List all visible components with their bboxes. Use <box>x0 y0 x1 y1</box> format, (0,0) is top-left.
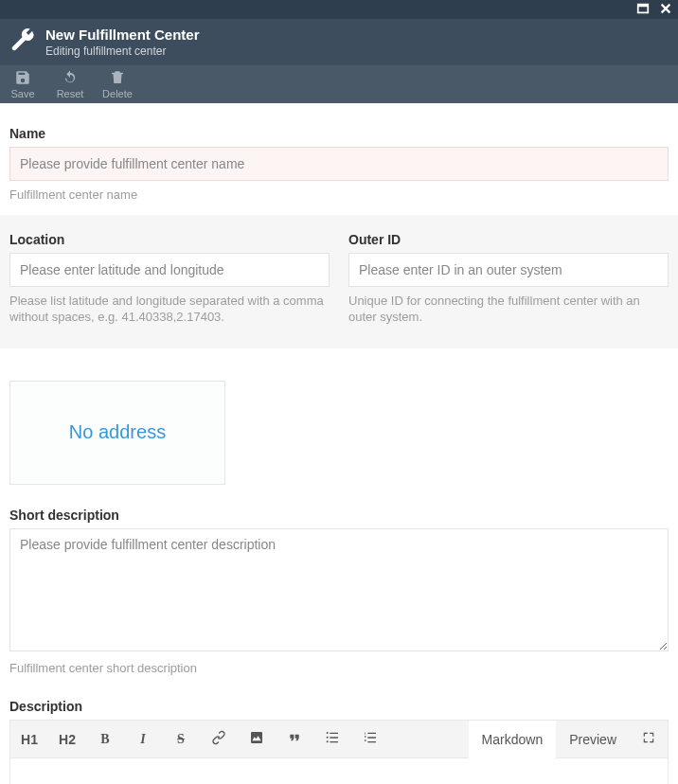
editor-h1-button[interactable]: H1 <box>10 721 48 758</box>
list-ul-icon <box>325 730 340 748</box>
wrench-icon <box>9 27 36 57</box>
editor-quote-button[interactable] <box>276 721 313 758</box>
window-titlebar <box>0 0 678 19</box>
address-section: No address <box>9 381 669 485</box>
quote-icon <box>287 730 302 748</box>
name-hint: Fulfillment center name <box>9 187 669 204</box>
image-icon <box>249 730 264 748</box>
name-field-group: Name Fulfillment center name <box>9 126 669 204</box>
location-outerid-section: Location Please list latitude and longit… <box>0 215 678 348</box>
location-hint: Please list latitude and longitude separ… <box>9 293 330 326</box>
delete-label: Delete <box>102 88 133 99</box>
shortdesc-field-group: Short description Fulfillment center sho… <box>9 508 669 677</box>
name-label: Name <box>9 126 669 141</box>
editor-italic-button[interactable]: I <box>124 721 162 758</box>
editor-image-button[interactable] <box>238 721 276 758</box>
list-ol-icon <box>363 730 378 748</box>
reset-label: Reset <box>57 88 84 99</box>
editor-ol-button[interactable] <box>351 721 389 758</box>
outerid-label: Outer ID <box>348 232 669 247</box>
fullscreen-icon <box>642 731 655 747</box>
description-field-group: Description H1 H2 B I S <box>9 699 669 784</box>
header: New Fulfillment Center Editing fulfillme… <box>0 19 678 65</box>
delete-button[interactable]: Delete <box>102 69 133 99</box>
editor-fullscreen-button[interactable] <box>630 721 668 758</box>
outerid-field-group: Outer ID Unique ID for connecting the fu… <box>348 232 669 326</box>
shortdesc-label: Short description <box>9 508 669 523</box>
editor-bold-button[interactable]: B <box>86 721 124 758</box>
address-box[interactable]: No address <box>9 381 225 485</box>
link-icon <box>211 730 226 748</box>
save-button[interactable]: Save <box>8 69 38 99</box>
shortdesc-hint: Fulfillment center short description <box>9 660 669 677</box>
page-subtitle: Editing fulfillment center <box>45 45 200 58</box>
outerid-input[interactable] <box>348 253 669 287</box>
rich-text-editor: H1 H2 B I S <box>9 720 669 784</box>
editor-body[interactable] <box>10 758 668 784</box>
close-icon[interactable] <box>659 2 672 18</box>
location-label: Location <box>9 232 330 247</box>
maximize-icon[interactable] <box>636 2 650 18</box>
editor-toolbar: H1 H2 B I S <box>10 721 668 758</box>
action-toolbar: Save Reset Delete <box>0 65 678 103</box>
description-label: Description <box>9 699 669 714</box>
location-field-group: Location Please list latitude and longit… <box>9 232 330 326</box>
editor-preview-tab[interactable]: Preview <box>556 721 630 758</box>
editor-strike-button[interactable]: S <box>162 721 200 758</box>
editor-ul-button[interactable] <box>313 721 351 758</box>
name-input[interactable] <box>9 147 669 181</box>
location-input[interactable] <box>9 253 330 287</box>
svg-rect-1 <box>638 4 649 7</box>
page-title: New Fulfillment Center <box>45 27 200 43</box>
shortdesc-input[interactable] <box>9 528 669 651</box>
save-label: Save <box>10 88 34 99</box>
address-empty-text: No address <box>69 421 166 443</box>
editor-h2-button[interactable]: H2 <box>48 721 86 758</box>
editor-markdown-tab[interactable]: Markdown <box>469 721 557 758</box>
outerid-hint: Unique ID for connecting the fulfillment… <box>348 293 669 326</box>
editor-link-button[interactable] <box>200 721 238 758</box>
reset-button[interactable]: Reset <box>55 69 85 99</box>
